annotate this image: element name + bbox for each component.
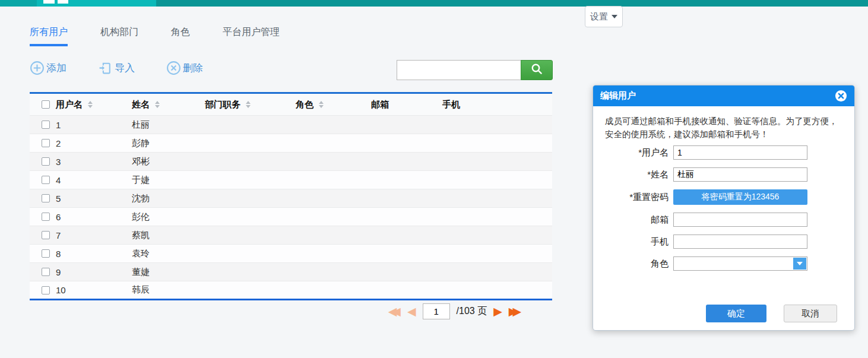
add-label: 添加: [46, 61, 66, 75]
name-field[interactable]: [673, 167, 807, 182]
sort-arrows-icon[interactable]: [319, 101, 324, 108]
username-label: *用户名: [605, 147, 669, 159]
table-row: 4 于婕: [30, 171, 552, 189]
cell-name: 彭伦: [132, 208, 205, 226]
search-input[interactable]: [397, 60, 521, 80]
table-row: 5 沈勃: [30, 189, 552, 208]
import-file-icon: [98, 61, 113, 75]
select-all-checkbox[interactable]: [42, 100, 50, 109]
cell-username: 9: [56, 263, 132, 281]
cell-username: 7: [56, 226, 132, 245]
close-icon[interactable]: [835, 90, 847, 102]
col-header-role: 角色: [296, 99, 313, 110]
top-bar: [0, 0, 868, 7]
total-pages-label: /103 页: [457, 305, 487, 318]
col-header-name: 姓名: [132, 99, 150, 110]
sort-arrows-icon[interactable]: [155, 101, 160, 108]
tab-platform-user-management[interactable]: 平台用户管理: [223, 26, 280, 46]
row-checkbox[interactable]: [42, 194, 50, 202]
table-row: 7 蔡凯: [30, 226, 552, 245]
delete-label: 删除: [183, 61, 203, 75]
row-checkbox[interactable]: [42, 121, 50, 129]
caret-down-icon: [797, 262, 803, 265]
tab-roles[interactable]: 角色: [171, 26, 190, 46]
last-page-button[interactable]: ▶▶: [509, 303, 521, 319]
caret-down-icon: [612, 15, 617, 18]
first-page-button[interactable]: ◀◀: [388, 303, 401, 319]
import-button[interactable]: 导入: [98, 61, 135, 75]
cell-username: 2: [56, 134, 132, 153]
settings-dropdown-button[interactable]: 设置: [585, 6, 623, 27]
form-row-name: *姓名: [605, 167, 842, 182]
row-checkbox[interactable]: [42, 268, 50, 276]
row-checkbox[interactable]: [42, 157, 50, 166]
confirm-button[interactable]: 确定: [706, 305, 766, 322]
col-header-email: 邮箱: [371, 99, 389, 109]
email-field[interactable]: [673, 213, 807, 227]
table-row: 2 彭静: [30, 134, 552, 153]
cell-username: 10: [56, 281, 132, 300]
role-dropdown-button[interactable]: [793, 258, 806, 270]
plus-circle-icon: [30, 61, 45, 75]
cell-username: 5: [56, 189, 132, 208]
cell-name: 韩辰: [132, 281, 205, 300]
row-checkbox[interactable]: [42, 231, 50, 239]
username-field[interactable]: [673, 145, 807, 160]
form-row-reset-password: *重置密码 将密码重置为123456: [605, 189, 842, 205]
sort-arrows-icon[interactable]: [246, 101, 251, 108]
grid-icon-square: [43, 0, 55, 4]
table-row: 9 董婕: [30, 263, 552, 281]
col-header-department: 部门职务: [205, 99, 240, 110]
delete-button[interactable]: 删除: [166, 61, 203, 75]
cell-username: 6: [56, 208, 132, 226]
form-row-username: *用户名: [605, 145, 842, 160]
table-row: 8 袁玲: [30, 245, 552, 263]
col-header-mobile: 手机: [442, 99, 460, 109]
cell-name: 彭静: [132, 134, 205, 153]
dialog-description: 成员可通过邮箱和手机接收通知、验证等信息。为了更方便，安全的使用系统，建议添加邮…: [605, 115, 844, 141]
role-select[interactable]: [673, 256, 807, 271]
row-checkbox[interactable]: [42, 213, 50, 221]
cross-circle-icon: [166, 61, 181, 75]
edit-user-dialog: 编辑用户 成员可通过邮箱和手机接收通知、验证等信息。为了更方便，安全的使用系统，…: [593, 85, 855, 331]
table-header-row: 用户名 姓名 部门职务 角色 邮箱 手机: [30, 93, 552, 116]
reset-password-button[interactable]: 将密码重置为123456: [673, 189, 807, 205]
prev-page-button[interactable]: ◀: [407, 303, 416, 319]
sort-arrows-icon[interactable]: [88, 101, 93, 108]
cell-name: 袁玲: [132, 245, 205, 263]
table-row: 6 彭伦: [30, 208, 552, 226]
cell-username: 1: [56, 116, 132, 134]
dialog-title: 编辑用户: [600, 90, 636, 102]
mobile-field[interactable]: [673, 235, 807, 249]
page-number-input[interactable]: [423, 303, 450, 319]
dialog-footer: 确定 取消: [706, 305, 837, 322]
cell-name: 邓彬: [132, 153, 205, 171]
topbar-segment: [37, 0, 156, 7]
row-checkbox[interactable]: [42, 286, 50, 294]
next-page-button[interactable]: ▶: [493, 303, 502, 319]
tab-bar: 所有用户 机构部门 角色 平台用户管理: [30, 26, 280, 46]
search-button[interactable]: [521, 60, 553, 80]
dialog-body: 成员可通过邮箱和手机接收通知、验证等信息。为了更方便，安全的使用系统，建议添加邮…: [593, 106, 854, 271]
name-label: *姓名: [605, 169, 669, 180]
tab-all-users[interactable]: 所有用户: [30, 26, 68, 46]
cell-name: 于婕: [132, 171, 205, 189]
form-row-email: 邮箱: [605, 213, 842, 227]
search-bar: [397, 60, 553, 80]
row-checkbox[interactable]: [42, 249, 50, 258]
add-button[interactable]: 添加: [30, 61, 66, 75]
row-checkbox[interactable]: [42, 139, 50, 147]
magnifier-icon: [530, 62, 543, 78]
user-table: 用户名 姓名 部门职务 角色 邮箱 手机 1 杜丽 2 彭静 3: [30, 92, 552, 300]
form-row-mobile: 手机: [605, 235, 842, 249]
cell-name: 沈勃: [132, 189, 205, 208]
table-row: 3 邓彬: [30, 153, 552, 171]
cell-username: 3: [56, 153, 132, 171]
reset-password-label: *重置密码: [605, 192, 669, 203]
dialog-header[interactable]: 编辑用户: [593, 85, 854, 106]
toolbar: 添加 导入 删除: [30, 61, 203, 75]
cell-name: 蔡凯: [132, 226, 205, 245]
row-checkbox[interactable]: [42, 176, 50, 184]
tab-org-departments[interactable]: 机构部门: [100, 26, 138, 46]
cancel-button[interactable]: 取消: [784, 305, 837, 322]
